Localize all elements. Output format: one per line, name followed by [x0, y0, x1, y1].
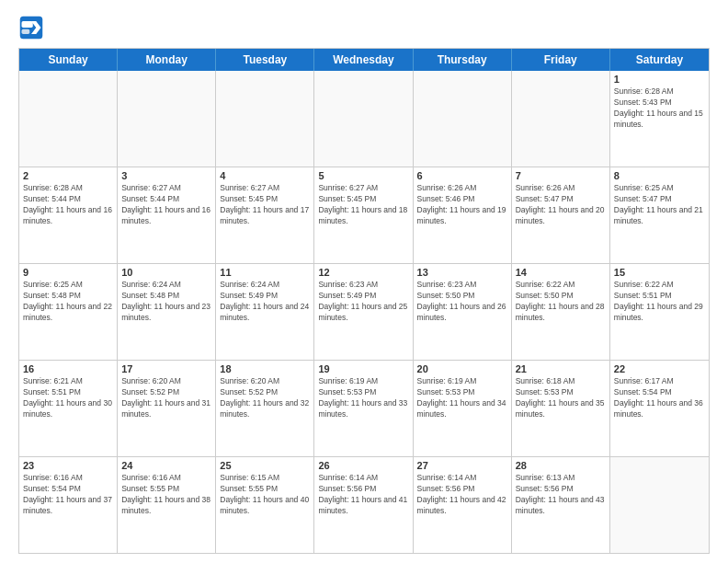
cal-cell: 11Sunrise: 6:24 AM Sunset: 5:49 PM Dayli… [216, 264, 314, 360]
cal-cell: 4Sunrise: 6:27 AM Sunset: 5:45 PM Daylig… [216, 167, 314, 263]
page: SundayMondayTuesdayWednesdayThursdayFrid… [0, 0, 728, 563]
cal-cell: 27Sunrise: 6:14 AM Sunset: 5:56 PM Dayli… [414, 457, 512, 553]
day-number: 2 [23, 170, 113, 181]
cal-cell [414, 71, 512, 167]
day-number: 12 [318, 267, 408, 278]
calendar-body: 1Sunrise: 6:28 AM Sunset: 5:43 PM Daylig… [19, 71, 709, 553]
cal-week-1: 2Sunrise: 6:28 AM Sunset: 5:44 PM Daylig… [19, 167, 709, 264]
cal-cell [19, 71, 118, 167]
header [18, 15, 710, 40]
cal-cell: 28Sunrise: 6:13 AM Sunset: 5:56 PM Dayli… [512, 457, 610, 553]
day-info: Sunrise: 6:25 AM Sunset: 5:47 PM Dayligh… [614, 183, 705, 227]
day-number: 3 [121, 170, 211, 181]
day-info: Sunrise: 6:24 AM Sunset: 5:49 PM Dayligh… [220, 280, 310, 324]
day-info: Sunrise: 6:18 AM Sunset: 5:53 PM Dayligh… [516, 376, 606, 420]
day-number: 1 [614, 74, 705, 85]
day-number: 6 [417, 170, 507, 181]
day-number: 26 [318, 460, 408, 471]
cal-cell: 6Sunrise: 6:26 AM Sunset: 5:46 PM Daylig… [414, 167, 512, 263]
cal-header-saturday: Saturday [610, 49, 709, 71]
cal-cell: 3Sunrise: 6:27 AM Sunset: 5:44 PM Daylig… [118, 167, 216, 263]
cal-cell: 18Sunrise: 6:20 AM Sunset: 5:52 PM Dayli… [216, 361, 314, 456]
cal-cell: 26Sunrise: 6:14 AM Sunset: 5:56 PM Dayli… [314, 457, 413, 553]
cal-cell [610, 457, 709, 553]
day-info: Sunrise: 6:27 AM Sunset: 5:44 PM Dayligh… [121, 183, 211, 227]
cal-cell: 2Sunrise: 6:28 AM Sunset: 5:44 PM Daylig… [19, 167, 118, 263]
cal-cell: 10Sunrise: 6:24 AM Sunset: 5:48 PM Dayli… [118, 264, 216, 360]
day-number: 25 [220, 460, 310, 471]
day-info: Sunrise: 6:14 AM Sunset: 5:56 PM Dayligh… [417, 473, 507, 517]
cal-cell: 23Sunrise: 6:16 AM Sunset: 5:54 PM Dayli… [19, 457, 118, 553]
cal-cell: 1Sunrise: 6:28 AM Sunset: 5:43 PM Daylig… [610, 71, 709, 167]
day-info: Sunrise: 6:16 AM Sunset: 5:55 PM Dayligh… [121, 473, 211, 517]
day-number: 27 [417, 460, 507, 471]
day-number: 10 [121, 267, 211, 278]
cal-header-sunday: Sunday [19, 49, 118, 71]
day-info: Sunrise: 6:24 AM Sunset: 5:48 PM Dayligh… [121, 280, 211, 324]
cal-cell: 21Sunrise: 6:18 AM Sunset: 5:53 PM Dayli… [512, 361, 610, 456]
cal-cell: 13Sunrise: 6:23 AM Sunset: 5:50 PM Dayli… [414, 264, 512, 360]
cal-cell: 24Sunrise: 6:16 AM Sunset: 5:55 PM Dayli… [118, 457, 216, 553]
day-info: Sunrise: 6:26 AM Sunset: 5:46 PM Dayligh… [417, 183, 507, 227]
cal-cell [216, 71, 314, 167]
day-info: Sunrise: 6:23 AM Sunset: 5:49 PM Dayligh… [318, 280, 408, 324]
day-number: 14 [516, 267, 606, 278]
cal-cell: 8Sunrise: 6:25 AM Sunset: 5:47 PM Daylig… [610, 167, 709, 263]
day-info: Sunrise: 6:25 AM Sunset: 5:48 PM Dayligh… [23, 280, 113, 324]
day-number: 23 [23, 460, 113, 471]
day-info: Sunrise: 6:14 AM Sunset: 5:56 PM Dayligh… [318, 473, 408, 517]
cal-cell: 19Sunrise: 6:19 AM Sunset: 5:53 PM Dayli… [314, 361, 413, 456]
day-number: 22 [614, 363, 705, 374]
cal-cell: 5Sunrise: 6:27 AM Sunset: 5:45 PM Daylig… [314, 167, 413, 263]
cal-week-0: 1Sunrise: 6:28 AM Sunset: 5:43 PM Daylig… [19, 71, 709, 167]
day-info: Sunrise: 6:22 AM Sunset: 5:50 PM Dayligh… [516, 280, 606, 324]
logo [18, 15, 48, 40]
cal-cell: 7Sunrise: 6:26 AM Sunset: 5:47 PM Daylig… [512, 167, 610, 263]
day-number: 8 [614, 170, 705, 181]
cal-cell: 15Sunrise: 6:22 AM Sunset: 5:51 PM Dayli… [610, 264, 709, 360]
svg-rect-2 [22, 21, 33, 28]
day-info: Sunrise: 6:20 AM Sunset: 5:52 PM Dayligh… [121, 376, 211, 420]
day-number: 21 [516, 363, 606, 374]
day-info: Sunrise: 6:17 AM Sunset: 5:54 PM Dayligh… [614, 376, 705, 420]
day-info: Sunrise: 6:16 AM Sunset: 5:54 PM Dayligh… [23, 473, 113, 517]
day-number: 11 [220, 267, 310, 278]
day-info: Sunrise: 6:28 AM Sunset: 5:44 PM Dayligh… [23, 183, 113, 227]
day-info: Sunrise: 6:26 AM Sunset: 5:47 PM Dayligh… [516, 183, 606, 227]
cal-header-wednesday: Wednesday [314, 49, 413, 71]
cal-week-2: 9Sunrise: 6:25 AM Sunset: 5:48 PM Daylig… [19, 264, 709, 361]
cal-cell: 20Sunrise: 6:19 AM Sunset: 5:53 PM Dayli… [414, 361, 512, 456]
cal-header-tuesday: Tuesday [216, 49, 314, 71]
day-number: 7 [516, 170, 606, 181]
cal-cell: 9Sunrise: 6:25 AM Sunset: 5:48 PM Daylig… [19, 264, 118, 360]
cal-week-3: 16Sunrise: 6:21 AM Sunset: 5:51 PM Dayli… [19, 361, 709, 457]
logo-icon [18, 15, 44, 40]
cal-cell: 16Sunrise: 6:21 AM Sunset: 5:51 PM Dayli… [19, 361, 118, 456]
day-number: 20 [417, 363, 507, 374]
svg-rect-3 [22, 29, 30, 34]
day-info: Sunrise: 6:20 AM Sunset: 5:52 PM Dayligh… [220, 376, 310, 420]
cal-cell [314, 71, 413, 167]
day-number: 5 [318, 170, 408, 181]
day-info: Sunrise: 6:19 AM Sunset: 5:53 PM Dayligh… [318, 376, 408, 420]
cal-cell: 25Sunrise: 6:15 AM Sunset: 5:55 PM Dayli… [216, 457, 314, 553]
day-number: 19 [318, 363, 408, 374]
day-number: 13 [417, 267, 507, 278]
day-number: 15 [614, 267, 705, 278]
day-info: Sunrise: 6:19 AM Sunset: 5:53 PM Dayligh… [417, 376, 507, 420]
day-info: Sunrise: 6:15 AM Sunset: 5:55 PM Dayligh… [220, 473, 310, 517]
day-number: 24 [121, 460, 211, 471]
cal-cell [118, 71, 216, 167]
day-info: Sunrise: 6:13 AM Sunset: 5:56 PM Dayligh… [516, 473, 606, 517]
day-number: 18 [220, 363, 310, 374]
cal-week-4: 23Sunrise: 6:16 AM Sunset: 5:54 PM Dayli… [19, 457, 709, 553]
cal-cell: 14Sunrise: 6:22 AM Sunset: 5:50 PM Dayli… [512, 264, 610, 360]
day-info: Sunrise: 6:27 AM Sunset: 5:45 PM Dayligh… [318, 183, 408, 227]
calendar: SundayMondayTuesdayWednesdayThursdayFrid… [18, 48, 710, 554]
day-info: Sunrise: 6:22 AM Sunset: 5:51 PM Dayligh… [614, 280, 705, 324]
calendar-header-row: SundayMondayTuesdayWednesdayThursdayFrid… [19, 49, 709, 71]
day-info: Sunrise: 6:23 AM Sunset: 5:50 PM Dayligh… [417, 280, 507, 324]
cal-cell [512, 71, 610, 167]
day-number: 17 [121, 363, 211, 374]
cal-header-monday: Monday [118, 49, 216, 71]
